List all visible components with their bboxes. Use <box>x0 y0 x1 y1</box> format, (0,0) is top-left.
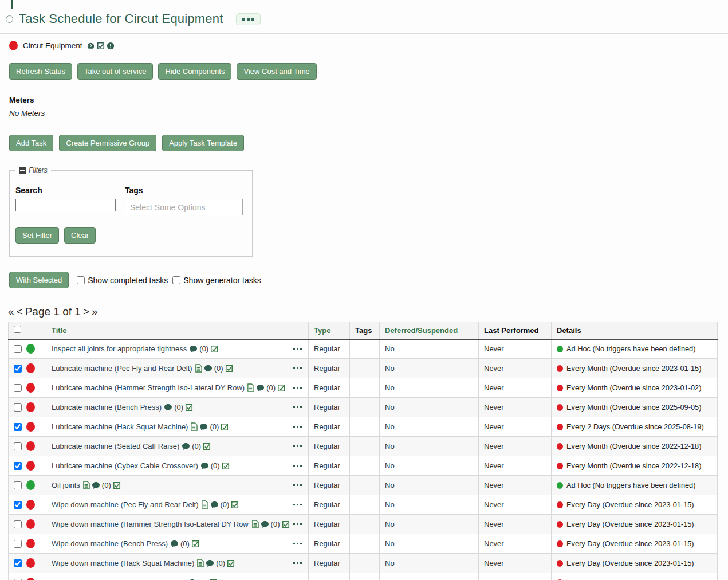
task-title-link[interactable]: Lubricate machine (Seated Calf Raise) <box>52 442 179 450</box>
collapse-filters-icon[interactable] <box>19 167 26 174</box>
select-all-checkbox[interactable] <box>14 326 21 333</box>
task-title-link[interactable]: Inspect all joints for appropriate tight… <box>52 344 187 353</box>
task-title-link[interactable]: Lubricate machine (Bench Press) <box>52 403 162 412</box>
sort-title-header[interactable]: Title <box>52 326 67 335</box>
row-select-checkbox[interactable] <box>14 520 22 528</box>
row-actions-button[interactable] <box>292 385 304 391</box>
comment-icon[interactable] <box>256 384 265 392</box>
document-icon[interactable] <box>251 520 259 528</box>
row-select-checkbox[interactable] <box>14 345 22 353</box>
task-title-link[interactable]: Oil joints <box>52 481 80 489</box>
with-selected-button[interactable]: With Selected <box>9 272 69 288</box>
checklist-icon[interactable] <box>277 384 285 392</box>
row-select-checkbox[interactable] <box>14 365 22 373</box>
hide-components-button[interactable]: Hide Components <box>158 63 231 80</box>
ellipsis-icon <box>242 18 245 21</box>
document-icon[interactable] <box>196 559 204 567</box>
show-completed-checkbox[interactable] <box>77 276 85 284</box>
comment-icon[interactable] <box>261 520 269 528</box>
task-last-performed-cell: Never <box>479 515 552 534</box>
document-icon[interactable] <box>82 481 90 489</box>
page-actions-menu-button[interactable] <box>236 13 261 25</box>
comment-count: (0) <box>192 442 201 450</box>
row-actions-button[interactable] <box>292 501 304 508</box>
info-icon[interactable] <box>107 42 115 50</box>
checked-box-icon[interactable] <box>97 42 105 50</box>
task-title-link[interactable]: Lubricate machine (Hammer Strength Iso-L… <box>52 383 245 392</box>
tags-input[interactable] <box>125 199 243 215</box>
add-task-button[interactable]: Add Task <box>9 135 53 151</box>
sort-type-header[interactable]: Type <box>314 326 330 335</box>
show-completed-option[interactable]: Show completed tasks <box>77 276 168 285</box>
checklist-icon[interactable] <box>185 403 193 412</box>
checklist-icon[interactable] <box>282 520 290 528</box>
refresh-status-button[interactable]: Refresh Status <box>9 63 72 80</box>
comment-icon[interactable] <box>92 481 100 489</box>
prev-page-button[interactable]: < <box>17 305 23 318</box>
checklist-icon[interactable] <box>191 540 199 548</box>
next-page-button[interactable]: > <box>83 305 89 318</box>
row-actions-button[interactable] <box>292 424 304 430</box>
checklist-icon[interactable] <box>231 501 239 509</box>
comment-icon[interactable] <box>170 540 179 548</box>
row-select-checkbox[interactable] <box>14 442 22 450</box>
row-actions-button[interactable] <box>292 404 304 411</box>
row-select-checkbox[interactable] <box>14 501 22 509</box>
checklist-icon[interactable] <box>113 481 121 489</box>
row-select-checkbox[interactable] <box>14 384 22 392</box>
show-generator-option[interactable]: Show generator tasks <box>172 276 261 285</box>
comment-icon[interactable] <box>189 345 198 353</box>
row-select-checkbox[interactable] <box>14 403 22 412</box>
row-select-checkbox[interactable] <box>14 423 22 431</box>
comment-icon[interactable] <box>206 559 214 567</box>
task-title-link[interactable]: Lubricate machine (Cybex Cable Crossover… <box>52 461 198 470</box>
task-title-link[interactable]: Lubricate machine (Hack Squat Machine) <box>52 422 188 431</box>
first-page-button[interactable]: « <box>8 305 14 318</box>
sort-deferred-header[interactable]: Deferred/Suspended <box>385 326 458 335</box>
clear-filter-button[interactable]: Clear <box>64 227 96 244</box>
document-icon[interactable] <box>201 500 208 509</box>
view-cost-and-time-button[interactable]: View Cost and Time <box>237 63 316 80</box>
comment-icon[interactable] <box>199 423 208 431</box>
task-type-cell: Regular <box>309 495 350 515</box>
task-title-link[interactable]: Lubricate machine (Pec Fly and Rear Delt… <box>52 364 192 373</box>
checklist-icon[interactable] <box>222 462 230 470</box>
row-actions-button[interactable] <box>292 463 304 469</box>
task-title-link[interactable]: Wipe down machine (Hammer Strength Iso-L… <box>52 520 249 528</box>
document-icon[interactable] <box>190 422 198 431</box>
set-filter-button[interactable]: Set Filter <box>15 227 59 244</box>
last-page-button[interactable]: » <box>92 305 98 318</box>
row-actions-button[interactable] <box>292 346 304 352</box>
row-select-checkbox[interactable] <box>14 462 22 470</box>
checklist-icon[interactable] <box>225 365 233 373</box>
show-generator-checkbox[interactable] <box>172 276 180 284</box>
row-actions-button[interactable] <box>292 482 304 489</box>
apply-task-template-button[interactable]: Apply Task Template <box>162 135 244 151</box>
document-icon[interactable] <box>195 364 202 373</box>
row-select-checkbox[interactable] <box>14 540 22 548</box>
checklist-icon[interactable] <box>227 559 235 567</box>
comment-icon[interactable] <box>200 462 209 470</box>
comment-icon[interactable] <box>182 442 190 450</box>
row-actions-button[interactable] <box>292 365 304 372</box>
row-select-checkbox[interactable] <box>14 559 22 567</box>
gauge-icon[interactable] <box>86 42 95 50</box>
task-title-link[interactable]: Wipe down machine (Pec Fly and Rear Delt… <box>52 500 199 509</box>
take-out-of-service-button[interactable]: Take out of service <box>77 63 153 80</box>
row-actions-button[interactable] <box>292 540 304 547</box>
checklist-icon[interactable] <box>210 345 218 353</box>
row-actions-button[interactable] <box>292 521 304 528</box>
checklist-icon[interactable] <box>221 423 229 431</box>
checklist-icon[interactable] <box>203 442 211 450</box>
search-input[interactable] <box>15 199 116 211</box>
task-title-link[interactable]: Wipe down machine (Bench Press) <box>52 539 168 548</box>
task-title-link[interactable]: Wipe down machine (Hack Squat Machine) <box>52 559 194 567</box>
document-icon[interactable] <box>247 383 254 392</box>
comment-icon[interactable] <box>210 501 219 509</box>
row-actions-button[interactable] <box>292 560 304 567</box>
create-permissive-group-button[interactable]: Create Permissive Group <box>59 135 156 151</box>
comment-icon[interactable] <box>204 365 213 373</box>
row-actions-button[interactable] <box>292 443 304 450</box>
comment-icon[interactable] <box>164 403 172 412</box>
row-select-checkbox[interactable] <box>14 481 22 489</box>
